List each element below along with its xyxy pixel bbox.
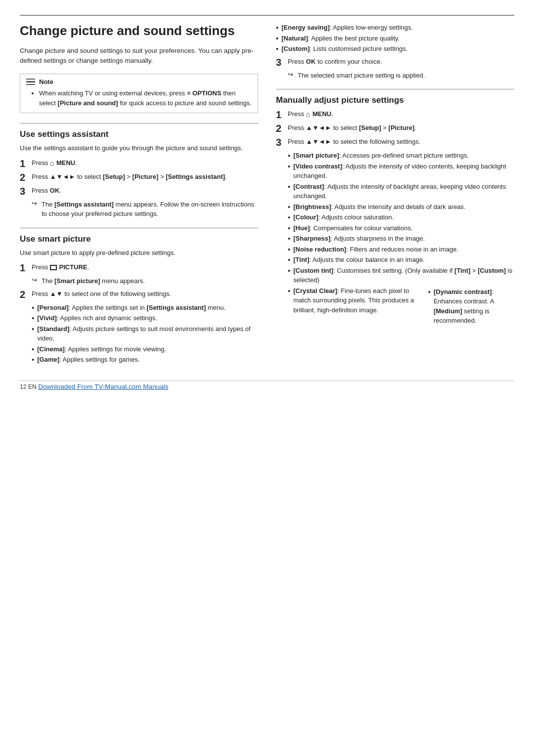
- step-number: 1: [276, 109, 285, 120]
- step-result: ↪ The [Settings assistant] menu appears.…: [32, 200, 258, 219]
- step-number: 2: [20, 289, 29, 300]
- arrow-icon: ↪: [288, 71, 295, 81]
- smart-picture-steps: 1 Press PICTURE.: [20, 262, 258, 273]
- manually-adjust-bullets: [Smart picture]: Accesses pre-defined sm…: [288, 151, 514, 328]
- bullet-item: [Smart picture]: Accesses pre-defined sm…: [288, 151, 514, 161]
- bullet-item: [Crystal Clear]: Fine-tunes each pixel t…: [288, 286, 514, 328]
- step-content: Press ▲▼◄► to select [Setup] > [Picture]…: [288, 123, 416, 133]
- bullet-text: [Standard]: Adjusts picture settings to …: [37, 324, 258, 343]
- step-item: 3 Press OK to confirm your choice.: [276, 57, 514, 68]
- note-icon: [26, 79, 35, 85]
- step-number: 2: [20, 172, 29, 183]
- step-content: Press ▲▼ to select one of the following …: [32, 289, 171, 299]
- arrow-icon: ↪: [32, 200, 39, 219]
- bullet-item: [Noise reduction]: Filters and reduces n…: [288, 245, 514, 254]
- bullet-text: [Natural]: Applies the best picture qual…: [281, 34, 400, 43]
- settings-assistant-steps: 1 Press ⌂ MENU. 2 Press ▲▼◄► to select […: [20, 158, 258, 197]
- step-item: 3 Press ▲▼◄► to select the following set…: [276, 137, 514, 148]
- result-text: The selected smart picture setting is ap…: [298, 71, 425, 81]
- step-content: Press OK.: [32, 186, 61, 196]
- note-box: Note When watching TV or using external …: [20, 74, 258, 113]
- bullet-text: [Crystal Clear]: Fine-tunes each pixel t…: [293, 286, 415, 328]
- step-item: 2 Press ▲▼◄► to select [Setup] > [Pictur…: [276, 123, 514, 134]
- section-divider-1: [20, 123, 258, 124]
- bullet-text: [Colour]: Adjusts colour saturation.: [293, 212, 394, 222]
- bullet-text: [Smart picture]: Accesses pre-defined sm…: [293, 151, 469, 161]
- bullet-text: [Hue]: Compensates for colour variations…: [293, 223, 412, 233]
- bullet-item: [Custom tint]: Customises tint setting. …: [288, 266, 514, 285]
- page-number: 12: [20, 383, 26, 390]
- step-item: 1 Press ⌂ MENU.: [20, 158, 258, 169]
- bullet-text: [Vivid]: Applies rich and dynamic settin…: [37, 313, 157, 323]
- step-content: Press PICTURE.: [32, 262, 89, 272]
- bullet-item: [Vivid]: Applies rich and dynamic settin…: [32, 313, 258, 323]
- bullet-item: [Video contrast]: Adjusts the intensity …: [288, 162, 514, 181]
- footer-link[interactable]: Downloaded From TV-Manual.com Manuals: [38, 383, 168, 390]
- left-column: Change picture and sound settings Change…: [20, 23, 258, 367]
- step-number: 1: [20, 262, 29, 273]
- step-number: 3: [20, 186, 29, 197]
- bullet-item: [Game]: Applies settings for games.: [32, 355, 258, 365]
- bullet-item: [Personal]: Applies the settings set in …: [32, 303, 258, 313]
- home-icon: ⌂: [306, 109, 310, 120]
- bullet-item: [Brightness]: Adjusts the intensity and …: [288, 202, 514, 212]
- manually-adjust-title: Manually adjust picture settings: [276, 95, 514, 105]
- smart-picture-title: Use smart picture: [20, 234, 258, 244]
- bullet-item: [Contrast]: Adjusts the intensity of bac…: [288, 182, 514, 201]
- sub-bullet-item: [Dynamic contrast]: Enhances contrast. A…: [428, 287, 514, 326]
- home-icon: ⌂: [50, 158, 54, 168]
- step-item: 1 Press ⌂ MENU.: [276, 109, 514, 120]
- step-result: ↪ The selected smart picture setting is …: [288, 71, 514, 81]
- bullet-text: [Energy saving]: Applies low-energy sett…: [281, 23, 413, 33]
- step-item: 3 Press OK.: [20, 186, 258, 197]
- note-item: When watching TV or using external devic…: [39, 88, 252, 108]
- note-header: Note: [26, 78, 252, 85]
- lang-label: EN: [28, 383, 37, 390]
- bullet-text: [Tint]: Adjusts the colour balance in an…: [293, 255, 425, 265]
- result-text: The [Smart picture] menu appears.: [42, 276, 145, 286]
- manually-adjust-steps: 1 Press ⌂ MENU. 2 Press ▲▼◄► to select […: [276, 109, 514, 148]
- page-title: Change picture and sound settings: [20, 23, 258, 39]
- sub-bullet-text: [Dynamic contrast]: Enhances contrast. A…: [434, 287, 514, 326]
- step-item: 2 Press ▲▼◄► to select [Setup] > [Pictur…: [20, 172, 258, 183]
- section-divider-3: [276, 89, 514, 89]
- step-content: Press ⌂ MENU.: [32, 158, 77, 168]
- settings-assistant-title: Use settings assistant: [20, 129, 258, 139]
- step-content: Press ▲▼◄► to select the following setti…: [288, 137, 420, 147]
- bullet-text: [Brightness]: Adjusts the intensity and …: [293, 202, 465, 212]
- step-result: ↪ The [Smart picture] menu appears.: [32, 276, 258, 286]
- picture-icon: [50, 265, 57, 270]
- step-item: 1 Press PICTURE.: [20, 262, 258, 273]
- step-content: Press ▲▼◄► to select [Setup] > [Picture]…: [32, 172, 227, 182]
- bullet-item: [Cinema]: Applies settings for movie vie…: [32, 344, 258, 354]
- bullet-text: [Video contrast]: Adjusts the intensity …: [293, 162, 514, 181]
- intro-text: Change picture and sound settings to sui…: [20, 46, 258, 66]
- bullet-item: [Custom]: Lists customised picture setti…: [276, 44, 514, 54]
- smart-picture-intro: Use smart picture to apply pre-defined p…: [20, 248, 258, 258]
- bullet-text: [Custom tint]: Customises tint setting. …: [293, 266, 514, 285]
- bullet-item: [Natural]: Applies the best picture qual…: [276, 34, 514, 43]
- bullet-text: [Noise reduction]: Filters and reduces n…: [293, 245, 458, 254]
- bullet-text: [Custom]: Lists customised picture setti…: [281, 44, 407, 54]
- bullet-text: [Personal]: Applies the settings set in …: [37, 303, 225, 313]
- smart-picture-bullets-right: [Energy saving]: Applies low-energy sett…: [276, 23, 514, 54]
- step-number: 3: [276, 137, 285, 148]
- bullet-text: [Game]: Applies settings for games.: [37, 355, 139, 365]
- smart-picture-steps-2: 2 Press ▲▼ to select one of the followin…: [20, 289, 258, 300]
- bullet-item: [Sharpness]: Adjusts sharpness in the im…: [288, 234, 514, 244]
- step-number: 2: [276, 123, 285, 134]
- settings-assistant-intro: Use the settings assistant to guide you …: [20, 143, 258, 153]
- smart-picture-step3: 3 Press OK to confirm your choice.: [276, 57, 514, 68]
- page-layout: Change picture and sound settings Change…: [20, 23, 514, 367]
- footer: 12 EN Downloaded From TV-Manual.com Manu…: [20, 380, 514, 390]
- result-text: The [Settings assistant] menu appears. F…: [42, 200, 258, 219]
- bullet-item: [Energy saving]: Applies low-energy sett…: [276, 23, 514, 33]
- bullet-text: [Cinema]: Applies settings for movie vie…: [37, 344, 166, 354]
- bullet-item: [Tint]: Adjusts the colour balance in an…: [288, 255, 514, 265]
- right-column: [Energy saving]: Applies low-energy sett…: [276, 23, 514, 367]
- bullet-item: [Standard]: Adjusts picture settings to …: [32, 324, 258, 343]
- bullet-text: [Sharpness]: Adjusts sharpness in the im…: [293, 234, 425, 244]
- note-body: When watching TV or using external devic…: [26, 88, 252, 108]
- arrow-icon: ↪: [32, 276, 39, 286]
- top-rule: [20, 15, 514, 16]
